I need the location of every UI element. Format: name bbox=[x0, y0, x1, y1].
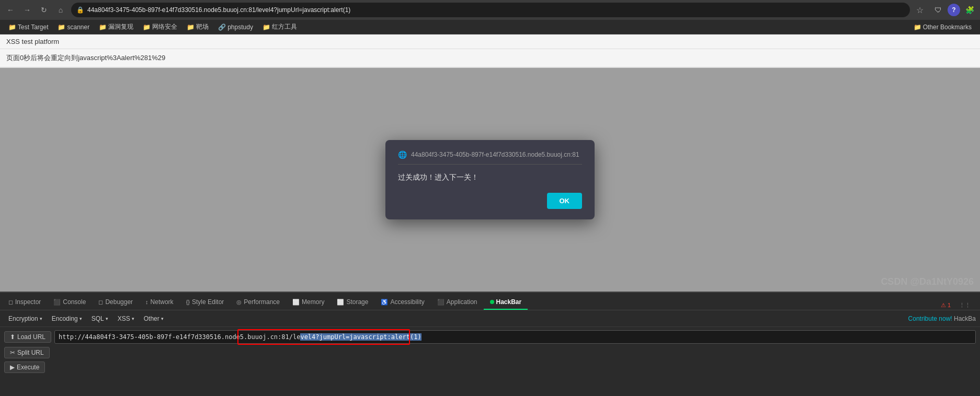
hackbar-toolbar: Encryption ▾ Encoding ▾ SQL ▾ XSS ▾ Othe… bbox=[0, 310, 980, 327]
nav-bar: ← → ↻ ⌂ 🔒 44a804f3-3475-405b-897f-e14f7d… bbox=[0, 0, 980, 20]
address-bar[interactable]: 🔒 44a804f3-3475-405b-897f-e14f7d330516.n… bbox=[71, 3, 910, 17]
hackbar-content: ⬆ Load URL http://44a804f3-3475-405b-897… bbox=[0, 327, 980, 396]
execute-button[interactable]: ▶ Execute bbox=[4, 362, 45, 373]
devtools-right-icons: ⚠ 1 ⋮⋮ bbox=[938, 301, 978, 310]
url-input[interactable] bbox=[54, 330, 976, 344]
bookmark-scanner[interactable]: 📁 scanner bbox=[53, 22, 94, 32]
home-button[interactable]: ⌂ bbox=[54, 4, 67, 16]
accessibility-icon: ♿ bbox=[381, 299, 388, 306]
console-icon: ⬛ bbox=[53, 299, 61, 306]
devtools-panel: ◻ Inspector ⬛ Console ◻ Debugger ↕ Netwo… bbox=[0, 292, 980, 396]
storage-icon: ⬜ bbox=[337, 299, 344, 306]
contribute-now-link[interactable]: Contribute now! HackBa bbox=[908, 315, 976, 322]
page-body-text: 页面0秒后将会重定向到javascript%3Aalert%281%29 bbox=[0, 49, 980, 67]
debugger-icon: ◻ bbox=[98, 299, 103, 306]
folder-icon: 📁 bbox=[263, 24, 270, 31]
execute-icon: ▶ bbox=[10, 364, 15, 371]
tab-memory[interactable]: ⬜ Memory bbox=[286, 295, 331, 310]
tab-performance[interactable]: ◎ Performance bbox=[230, 295, 286, 310]
folder-icon: 📁 bbox=[143, 24, 151, 31]
address-text: 44a804f3-3475-405b-897f-e14f7d330516.nod… bbox=[87, 6, 905, 14]
tab-hackbar[interactable]: HackBar bbox=[484, 295, 528, 310]
bookmarks-bar: 📁 Test Target 📁 scanner 📁 漏洞复现 📁 网络安全 📁 … bbox=[0, 20, 980, 34]
bookmark-leak-review[interactable]: 📁 漏洞复现 bbox=[95, 21, 138, 32]
dropdown-arrow-icon: ▾ bbox=[132, 316, 134, 321]
page-content-area: XSS test platform 页面0秒后将会重定向到javascript%… bbox=[0, 34, 980, 292]
split-view-icon[interactable]: ⋮⋮ bbox=[956, 301, 974, 310]
execute-row: ▶ Execute bbox=[4, 362, 976, 373]
load-url-icon: ⬆ bbox=[10, 333, 15, 341]
link-icon: 🔗 bbox=[218, 24, 226, 31]
encryption-menu-button[interactable]: Encryption ▾ bbox=[4, 313, 47, 324]
network-icon: ↕ bbox=[145, 299, 149, 305]
shield-extension-icon[interactable]: 🛡 bbox=[932, 4, 944, 16]
folder-icon: 📁 bbox=[8, 24, 16, 31]
folder-icon: 📁 bbox=[187, 24, 195, 31]
tab-debugger[interactable]: ◻ Debugger bbox=[92, 295, 139, 310]
bookmark-phpstudy[interactable]: 🔗 phpstudy bbox=[214, 22, 257, 32]
dropdown-arrow-icon: ▾ bbox=[161, 316, 164, 321]
help-extension-icon[interactable]: ? bbox=[948, 4, 960, 16]
memory-icon: ⬜ bbox=[292, 299, 300, 306]
watermark: CSDN @Da1NtY0926 bbox=[881, 276, 974, 287]
sql-menu-button[interactable]: SQL ▾ bbox=[87, 313, 112, 324]
application-icon: ⬛ bbox=[437, 299, 445, 306]
modal-overlay: 🌐 44a804f3-3475-405b-897f-e14f7d330516.n… bbox=[0, 68, 980, 292]
puzzle-extension-icon[interactable]: 🧩 bbox=[963, 4, 976, 16]
style-editor-icon: {} bbox=[186, 299, 190, 305]
load-url-row: ⬆ Load URL http://44a804f3-3475-405b-897… bbox=[4, 330, 976, 344]
dropdown-arrow-icon: ▾ bbox=[40, 316, 42, 321]
tab-style-editor[interactable]: {} Style Editor bbox=[180, 295, 231, 310]
modal-footer: OK bbox=[398, 193, 582, 209]
back-button[interactable]: ← bbox=[4, 4, 17, 16]
devtools-tabs: ◻ Inspector ⬛ Console ◻ Debugger ↕ Netwo… bbox=[0, 293, 980, 310]
inspector-icon: ◻ bbox=[8, 299, 13, 306]
tab-accessibility[interactable]: ♿ Accessibility bbox=[374, 295, 430, 310]
lock-icon: 🔒 bbox=[76, 6, 84, 14]
dropdown-arrow-icon: ▾ bbox=[79, 316, 82, 321]
load-url-button[interactable]: ⬆ Load URL bbox=[4, 331, 51, 343]
bookmark-star-icon[interactable]: ☆ bbox=[916, 5, 924, 15]
modal-dialog: 🌐 44a804f3-3475-405b-897f-e14f7d330516.n… bbox=[385, 140, 595, 219]
forward-button[interactable]: → bbox=[21, 4, 33, 16]
xss-menu-button[interactable]: XSS ▾ bbox=[113, 313, 139, 324]
dropdown-arrow-icon: ▾ bbox=[106, 316, 108, 321]
tab-network[interactable]: ↕ Network bbox=[139, 295, 180, 310]
folder-icon: 📁 bbox=[99, 24, 107, 31]
folder-icon: 📁 bbox=[58, 24, 65, 31]
performance-icon: ◎ bbox=[236, 299, 242, 306]
bookmark-other[interactable]: 📁 Other Bookmarks bbox=[909, 22, 976, 32]
error-badge: ⚠ 1 bbox=[938, 301, 954, 310]
globe-icon: 🌐 bbox=[398, 150, 407, 159]
page-title: XSS test platform bbox=[0, 34, 980, 49]
folder-icon: 📁 bbox=[914, 24, 921, 31]
modal-ok-button[interactable]: OK bbox=[547, 193, 583, 209]
tab-application[interactable]: ⬛ Application bbox=[431, 295, 484, 310]
tab-console[interactable]: ⬛ Console bbox=[47, 295, 92, 310]
reload-button[interactable]: ↻ bbox=[38, 4, 50, 16]
hackbar-dot-icon bbox=[490, 300, 494, 304]
split-url-button[interactable]: ✂ Split URL bbox=[4, 347, 50, 358]
page-gray-area: 🌐 44a804f3-3475-405b-897f-e14f7d330516.n… bbox=[0, 68, 980, 292]
error-icon: ⚠ bbox=[941, 302, 946, 308]
split-url-row: ✂ Split URL bbox=[4, 347, 976, 358]
modal-message: 过关成功！进入下一关！ bbox=[398, 173, 582, 182]
extension-icons: 🛡 ? 🧩 bbox=[932, 4, 976, 16]
other-menu-button[interactable]: Other ▾ bbox=[140, 313, 168, 324]
url-input-wrap: http://44a804f3-3475-405b-897f-e14f7d330… bbox=[54, 330, 976, 344]
bookmark-target-range[interactable]: 📁 靶场 bbox=[183, 21, 213, 32]
split-url-icon: ✂ bbox=[10, 349, 15, 356]
modal-domain: 44a804f3-3475-405b-897f-e14f7d330516.nod… bbox=[411, 151, 579, 158]
modal-title-bar: 🌐 44a804f3-3475-405b-897f-e14f7d330516.n… bbox=[398, 150, 582, 165]
tab-storage[interactable]: ⬜ Storage bbox=[331, 295, 374, 310]
bookmark-red-tools[interactable]: 📁 红方工具 bbox=[258, 21, 301, 32]
encoding-menu-button[interactable]: Encoding ▾ bbox=[48, 313, 86, 324]
bookmark-network-security[interactable]: 📁 网络安全 bbox=[139, 21, 181, 32]
bookmark-test-target[interactable]: 📁 Test Target bbox=[4, 22, 52, 32]
tab-inspector[interactable]: ◻ Inspector bbox=[2, 295, 47, 310]
